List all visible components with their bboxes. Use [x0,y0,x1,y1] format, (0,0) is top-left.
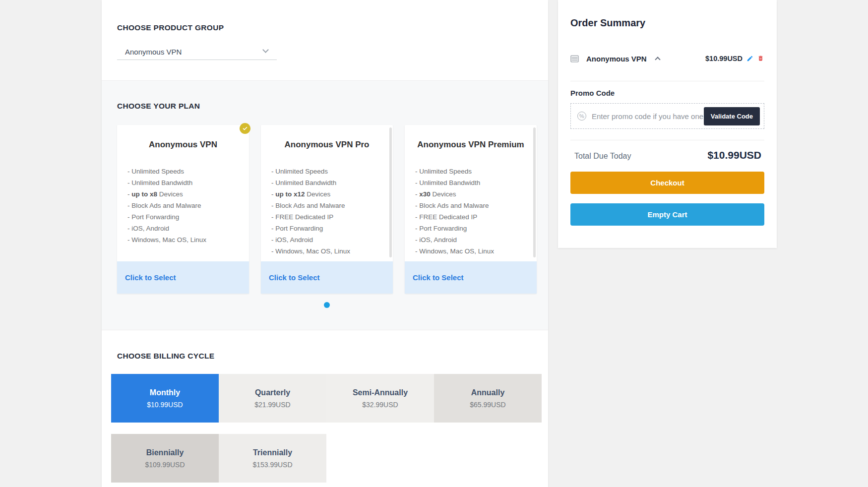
product-group-select[interactable]: Anonymous VPN [117,44,277,60]
cycle-name: Monthly [150,388,180,397]
trash-icon [757,55,764,61]
billing-cycle-triennially[interactable]: Triennially$153.99USD [219,434,326,483]
plan-feature-list: - Unlimited Speeds- Unlimited Bandwidth-… [405,166,537,257]
plan-card[interactable]: Anonymous VPN Premium - Unlimited Speeds… [405,125,537,294]
cart-configuration-panel: CHOOSE PRODUCT GROUP Anonymous VPN CHOOS… [102,0,548,487]
plan-scrollbar[interactable] [533,127,536,257]
cycle-name: Biennially [146,448,184,457]
divider [570,140,764,140]
plan-body: Anonymous VPN Premium - Unlimited Speeds… [405,125,537,261]
chevron-down-icon [262,47,269,53]
total-due-row: Total Due Today $10.99USD [570,149,764,162]
checkout-button[interactable]: Checkout [570,172,764,194]
plan-section-heading: CHOOSE YOUR PLAN [117,101,548,111]
plan-section: CHOOSE YOUR PLAN Anonymous VPN - Unlimit… [102,80,548,330]
plan-card[interactable]: Anonymous VPN - Unlimited Speeds- Unlimi… [117,125,249,294]
empty-cart-button[interactable]: Empty Cart [570,203,764,226]
cart-item-row: Anonymous VPN $10.99USD [570,53,764,64]
plan-feature: - Port Forwarding [127,211,243,223]
cycle-name: Triennially [253,448,292,457]
plan-feature: - Windows, Mac OS, Linux [415,245,531,257]
plan-feature: - x30 Devices [415,188,531,200]
plan-feature: - Unlimited Speeds [271,166,387,177]
cart-item-name: Anonymous VPN [586,55,647,63]
plan-feature: - iOS, Android [415,234,531,245]
plan-feature: - Unlimited Speeds [127,166,243,177]
product-group-section: CHOOSE PRODUCT GROUP Anonymous VPN [102,0,548,80]
selected-check-badge [240,123,250,134]
plan-title: Anonymous VPN [117,140,249,150]
plan-title: Anonymous VPN Premium [405,140,537,150]
promo-code-box: % Validate Code [570,103,764,129]
plan-feature: - Block Ads and Malware [127,200,243,211]
plan-feature: - up to x12 Devices [271,188,387,200]
plan-select-button[interactable]: Click to Select [405,261,537,294]
plan-feature: - Windows, Mac OS, Linux [271,245,387,257]
plan-feature: - Unlimited Speeds [415,166,531,177]
cycle-price: $153.99USD [252,461,292,469]
plan-select-button[interactable]: Click to Select [117,261,249,294]
plan-feature: - Unlimited Bandwidth [271,177,387,188]
order-summary-title: Order Summary [570,0,764,29]
billing-cycle-semi-annually[interactable]: Semi-Annually$32.99USD [326,374,434,423]
promo-code-heading: Promo Code [570,88,764,98]
plan-scrollbar[interactable] [389,127,392,257]
plan-feature: - Unlimited Bandwidth [415,177,531,188]
total-due-label: Total Due Today [574,152,631,161]
cycle-name: Semi-Annually [353,388,408,397]
cycle-name: Quarterly [255,388,290,397]
product-group-heading: CHOOSE PRODUCT GROUP [117,23,548,33]
cycle-price: $32.99USD [362,401,398,409]
validate-code-button[interactable]: Validate Code [704,107,760,125]
percent-circle-icon: % [577,112,586,121]
plan-feature: - up to x8 Devices [127,188,243,200]
plan-feature: - FREE Dedicated IP [271,211,387,223]
billing-cycle-options: Monthly$10.99USDQuarterly$21.99USDSemi-A… [111,374,542,483]
plan-feature: - Port Forwarding [271,223,387,234]
billing-cycle-biennially[interactable]: Biennially$109.99USD [111,434,219,483]
promo-code-input[interactable] [592,112,704,121]
plan-body: Anonymous VPN Pro - Unlimited Speeds- Un… [261,125,393,261]
cycle-price: $109.99USD [145,461,185,469]
cart-item-price: $10.99USD [705,55,743,62]
plan-body: Anonymous VPN - Unlimited Speeds- Unlimi… [117,125,249,261]
delete-item-button[interactable] [757,55,764,62]
plan-feature: - Block Ads and Malware [271,200,387,211]
billing-cycle-monthly[interactable]: Monthly$10.99USD [111,374,219,423]
billing-cycle-annually[interactable]: Annually$65.99USD [434,374,542,423]
billing-cycle-section: CHOOSE BILLING CYCLE Monthly$10.99USDQua… [102,330,548,483]
cycle-name: Annually [471,388,505,397]
product-group-selected-value: Anonymous VPN [125,48,182,56]
plan-feature-list: - Unlimited Speeds- Unlimited Bandwidth-… [261,166,393,257]
billing-cycle-heading: CHOOSE BILLING CYCLE [117,351,548,361]
total-due-value: $10.99USD [707,149,761,161]
plan-feature: - iOS, Android [127,223,243,234]
chevron-up-icon[interactable] [655,57,660,62]
plan-select-button[interactable]: Click to Select [261,261,393,294]
server-list-icon [570,55,579,63]
cycle-price: $10.99USD [147,401,183,409]
cycle-price: $65.99USD [470,401,505,409]
pencil-icon [746,55,753,62]
plan-feature-list: - Unlimited Speeds- Unlimited Bandwidth-… [117,166,249,245]
plan-feature: - Windows, Mac OS, Linux [127,234,243,245]
plan-feature: - Block Ads and Malware [415,200,531,211]
plan-card[interactable]: Anonymous VPN Pro - Unlimited Speeds- Un… [261,125,393,294]
carousel-dots [117,302,537,308]
divider [570,81,764,81]
plan-feature: - iOS, Android [271,234,387,245]
plan-carousel: Anonymous VPN - Unlimited Speeds- Unlimi… [117,125,548,294]
plan-feature: - Port Forwarding [415,223,531,234]
billing-cycle-quarterly[interactable]: Quarterly$21.99USD [219,374,326,423]
cycle-price: $21.99USD [254,401,290,409]
plan-title: Anonymous VPN Pro [261,140,393,150]
plan-feature: - Unlimited Bandwidth [127,177,243,188]
plan-feature: - FREE Dedicated IP [415,211,531,223]
check-icon [242,125,248,131]
order-summary-panel: Order Summary Anonymous VPN $10.99USD [558,0,777,248]
edit-item-button[interactable] [746,55,753,62]
carousel-dot[interactable] [324,302,330,308]
